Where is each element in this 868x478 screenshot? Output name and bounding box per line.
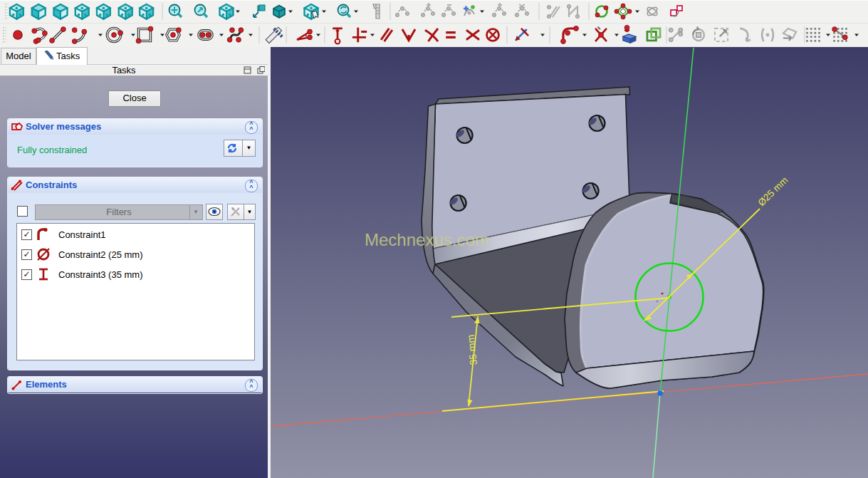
svg-text:Mechnexus.com: Mechnexus.com bbox=[365, 230, 489, 249]
